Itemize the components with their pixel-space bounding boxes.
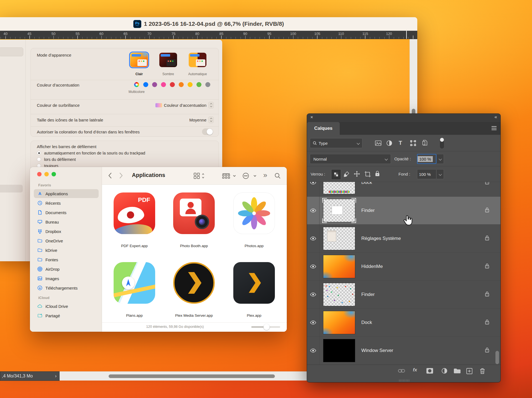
- accent-pink-swatch[interactable]: [161, 82, 166, 87]
- wallpaper-tint-toggle[interactable]: [202, 128, 213, 135]
- filter-shape-layers-icon[interactable]: [410, 140, 416, 147]
- sidebar-item-recents[interactable]: Récents: [34, 199, 99, 207]
- settings-sidebar-selected-fragment[interactable]: [0, 185, 23, 192]
- layer-thumbnail[interactable]: [323, 255, 355, 278]
- fill-dropdown-chevron[interactable]: [437, 169, 444, 179]
- appearance-option-sombre[interactable]: [159, 53, 177, 67]
- visibility-toggle[interactable]: [307, 337, 319, 364]
- layer-lock-icon[interactable]: [485, 263, 489, 270]
- visibility-toggle[interactable]: [307, 281, 319, 308]
- layer-thumbnail[interactable]: [323, 283, 355, 306]
- lock-all-icon[interactable]: [375, 171, 380, 178]
- sidebar-item-partage[interactable]: Partagé: [34, 311, 99, 320]
- accent-orange-swatch[interactable]: [179, 82, 184, 87]
- scrollbar-radio-auto[interactable]: [37, 151, 41, 155]
- opacity-value-field[interactable]: 100 %: [417, 154, 436, 164]
- icon-size-slider[interactable]: [251, 326, 280, 328]
- layer-row-reglages[interactable]: Réglages Système: [307, 225, 500, 253]
- app-tile-plans[interactable]: Plans.app: [107, 262, 162, 304]
- visibility-toggle[interactable]: [307, 253, 319, 280]
- forward-button[interactable]: [119, 173, 123, 179]
- app-tile-pdf-expert[interactable]: PDF PDF Expert.app: [107, 192, 162, 234]
- tab-calques[interactable]: Calques: [307, 122, 340, 135]
- visibility-toggle[interactable]: [307, 197, 319, 224]
- highlight-color-popup[interactable]: Couleur d’accentuation: [155, 102, 214, 108]
- zoom-traffic-light[interactable]: [52, 172, 56, 176]
- delete-layer-trash-icon[interactable]: [479, 368, 485, 376]
- blend-mode-select[interactable]: Normal: [310, 154, 391, 164]
- panel-scrollbar-thumb[interactable]: [495, 351, 499, 364]
- app-tile-plex[interactable]: Plex.app: [226, 262, 282, 304]
- appearance-option-automatique[interactable]: [189, 53, 206, 67]
- filter-type-layers-icon[interactable]: T: [399, 140, 402, 146]
- sidebar-item-bureau[interactable]: Bureau: [34, 217, 99, 226]
- new-group-folder-icon[interactable]: [453, 368, 461, 375]
- accent-blue-swatch[interactable]: [143, 82, 148, 87]
- settings-search-field-fragment[interactable]: [0, 47, 23, 56]
- layer-lock-icon[interactable]: [485, 235, 489, 242]
- visibility-toggle[interactable]: [307, 225, 319, 252]
- visibility-toggle[interactable]: [307, 309, 319, 336]
- adjustment-layer-icon[interactable]: [441, 368, 448, 376]
- search-button[interactable]: [274, 173, 281, 179]
- accent-green-swatch[interactable]: [196, 82, 201, 87]
- app-tile-photo-booth[interactable]: Photo Booth.app: [166, 192, 222, 234]
- layer-row-dock[interactable]: Dock: [307, 309, 500, 337]
- sidebar-item-images[interactable]: Images: [34, 274, 99, 283]
- layer-thumbnail-selected[interactable]: [323, 199, 355, 222]
- layer-thumbnail[interactable]: [323, 311, 355, 334]
- layer-lock-icon[interactable]: [485, 320, 489, 326]
- sidebar-item-telechargements[interactable]: Téléchargements: [34, 283, 99, 292]
- accent-red-swatch[interactable]: [170, 82, 175, 87]
- appearance-option-clair[interactable]: [130, 53, 148, 67]
- layer-thumbnail[interactable]: [323, 339, 355, 362]
- scrollbar-radio-scrolling[interactable]: [37, 157, 41, 161]
- accent-multicolor-swatch[interactable]: [134, 82, 139, 87]
- layer-lock-icon[interactable]: [485, 348, 489, 354]
- lock-pixels-brush-icon[interactable]: [344, 171, 350, 179]
- visibility-toggle[interactable]: [307, 182, 319, 196]
- filter-type-select[interactable]: Type: [310, 138, 362, 148]
- layer-effects-icon[interactable]: fx: [413, 367, 417, 373]
- back-button[interactable]: [108, 173, 112, 179]
- psd-hscroll-thumb[interactable]: [109, 374, 275, 378]
- filter-smart-object-icon[interactable]: [422, 140, 428, 148]
- toolbar-overflow-button[interactable]: »: [263, 171, 267, 179]
- fill-value-field[interactable]: 100 %: [417, 169, 436, 179]
- more-actions-button[interactable]: [242, 173, 257, 179]
- filter-adjustment-layers-icon[interactable]: [386, 140, 392, 147]
- sidebar-item-dropbox[interactable]: Dropbox: [34, 227, 99, 236]
- layer-row-dock-top[interactable]: Dock: [307, 182, 500, 197]
- layer-row-hiddenme[interactable]: HiddenMe: [307, 253, 500, 281]
- close-traffic-light[interactable]: [37, 172, 42, 176]
- status-expand-chevron[interactable]: ›: [55, 374, 57, 379]
- lock-transparency-button[interactable]: [331, 169, 341, 180]
- minimize-traffic-light[interactable]: [44, 172, 49, 176]
- add-mask-icon[interactable]: [426, 368, 433, 375]
- sidebar-item-kdrive[interactable]: kDrive: [34, 246, 99, 255]
- link-layers-icon[interactable]: [398, 368, 405, 375]
- collapse-icon[interactable]: «: [495, 114, 497, 120]
- psd-titlebar[interactable]: Ps PSD 1 2023-05-16 16-12-04.psd @ 66,7%…: [0, 17, 417, 31]
- layer-lock-icon[interactable]: [485, 182, 489, 186]
- sidebar-item-onedrive[interactable]: OneDrive: [34, 236, 99, 245]
- panel-menu-icon[interactable]: [492, 126, 497, 130]
- sidebar-item-fontes[interactable]: Fontes: [34, 255, 99, 264]
- layer-row-finder-icons[interactable]: Finder: [307, 281, 500, 309]
- sidebar-item-airdrop[interactable]: AirDrop: [34, 265, 99, 273]
- slider-knob[interactable]: [264, 324, 270, 330]
- sidebar-item-applications[interactable]: A Applications: [34, 189, 99, 198]
- layer-lock-icon[interactable]: [485, 291, 489, 298]
- lock-position-move-icon[interactable]: [354, 171, 360, 178]
- layer-lock-icon[interactable]: [485, 207, 489, 214]
- lock-artboard-icon[interactable]: [364, 171, 371, 179]
- layer-thumbnail[interactable]: [323, 182, 355, 194]
- view-options-button[interactable]: [222, 173, 236, 179]
- layer-row-window-server[interactable]: Window Server: [307, 337, 500, 365]
- group-by-button[interactable]: [193, 173, 204, 179]
- sidebar-item-documents[interactable]: Documents: [34, 208, 99, 217]
- sidebar-icon-size-popup[interactable]: Moyenne: [189, 116, 214, 123]
- layer-thumbnail[interactable]: [323, 227, 355, 250]
- accent-yellow-swatch[interactable]: [188, 82, 193, 87]
- app-tile-plex-media-server[interactable]: Plex Media Server.app: [166, 262, 222, 304]
